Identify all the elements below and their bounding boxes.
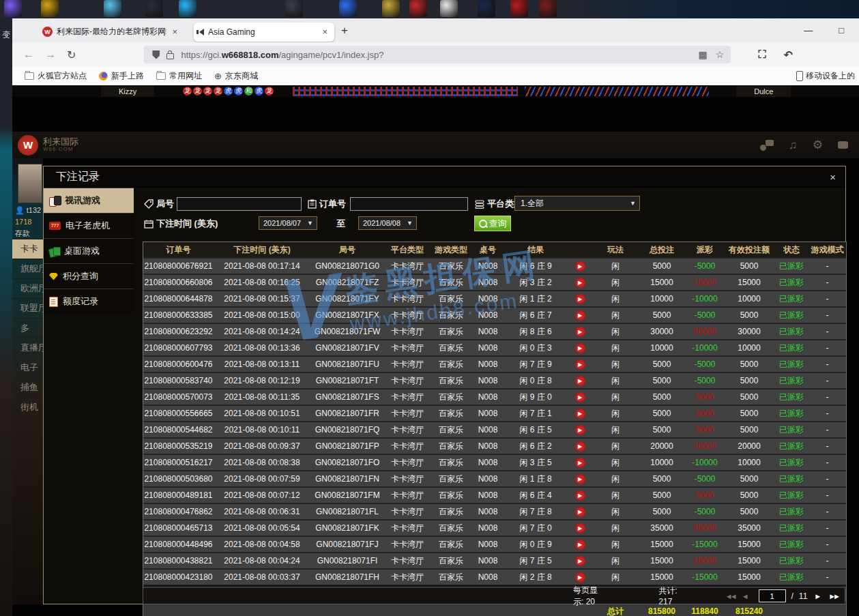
taskbar-app-icon[interactable] (382, 0, 400, 17)
cell-payout: 35000 (686, 523, 724, 533)
replay-button[interactable]: ▶ (575, 376, 585, 386)
date-from-select[interactable]: 2021/08/07▼ (259, 216, 317, 230)
table-row: 2108080006769212021-08-08 00:17:14GN0082… (143, 257, 846, 274)
replay-button[interactable]: ▶ (575, 523, 585, 533)
page-number-input[interactable] (759, 589, 786, 602)
customer-service-icon[interactable] (760, 140, 774, 151)
replay-button[interactable]: ▶ (575, 360, 585, 370)
bookmark-item[interactable]: 火狐官方站点 (25, 70, 87, 82)
lobby-menu-item[interactable]: 欧洲厅 (12, 278, 43, 298)
cell-bet: 5000 (638, 360, 686, 369)
taskbar-app-icon[interactable] (285, 0, 303, 17)
minimize-button[interactable]: — (804, 25, 813, 35)
replay-button[interactable]: ▶ (575, 507, 585, 517)
site-logo-icon[interactable]: W (18, 135, 38, 156)
close-icon[interactable]: × (830, 171, 836, 183)
taskbar-app-icon[interactable] (145, 0, 163, 17)
taskbar-app-icon[interactable] (4, 0, 22, 17)
menu-item-gem[interactable]: 积分查询 (44, 263, 134, 289)
taskbar-app-icon[interactable] (409, 0, 427, 17)
cell-payout: 5000 (686, 425, 724, 435)
lobby-menu-item[interactable]: 联盟厅 (12, 298, 43, 318)
menu-item-slot[interactable]: 777电子老虎机 (44, 213, 134, 238)
taskbar-app-icon[interactable] (339, 0, 357, 17)
order-number-input[interactable] (350, 197, 468, 211)
maximize-button[interactable]: □ (839, 25, 844, 35)
road-result-circle: 虎 (234, 87, 243, 96)
replay-button[interactable]: ▶ (575, 327, 585, 337)
date-to-select[interactable]: 2021/08/08▼ (358, 216, 417, 230)
cell-bet: 15000 (638, 572, 686, 582)
replay-button[interactable]: ▶ (575, 278, 585, 288)
cell-side: 闲 (593, 293, 638, 305)
lobby-menu-item[interactable]: 多 (12, 318, 43, 338)
replay-button[interactable]: ▶ (575, 441, 585, 452)
cell-result: 闲 6 庄 7 (504, 310, 567, 321)
replay-button[interactable]: ▶ (575, 474, 585, 484)
tab-close-icon[interactable]: × (321, 27, 329, 37)
replay-button[interactable]: ▶ (575, 540, 585, 550)
menu-item-cards[interactable]: 视讯游戏 (44, 188, 134, 213)
reload-button[interactable]: ↻ (67, 48, 76, 61)
taskbar-app-icon[interactable] (478, 0, 495, 17)
new-tab-button[interactable]: + (341, 24, 348, 38)
lock-icon[interactable] (166, 53, 174, 59)
bookmark-item[interactable]: 新手上路 (99, 70, 144, 82)
screenshot-icon[interactable]: ⛶ (758, 48, 766, 61)
lobby-menu-item[interactable]: 捕鱼 (12, 377, 43, 397)
taskbar-app-icon[interactable] (440, 0, 458, 17)
qr-code-icon[interactable]: ▦ (699, 49, 708, 60)
lobby-menu-item[interactable]: 旗舰厅 (12, 259, 43, 278)
round-number-input[interactable] (177, 197, 302, 211)
lobby-menu-item[interactable]: 直播厅 (12, 338, 43, 357)
replay-button[interactable]: ▶ (575, 490, 585, 501)
taskbar-app-icon[interactable] (104, 0, 121, 17)
cell-payout: -5000 (686, 360, 724, 369)
last-page-button[interactable]: ►► (828, 592, 838, 600)
search-button[interactable]: 查询 (474, 216, 511, 231)
music-icon[interactable]: ♫ (789, 138, 798, 152)
bookmark-star-icon[interactable]: ☆ (716, 49, 725, 60)
replay-button[interactable]: ▶ (575, 458, 585, 468)
deposit-link[interactable]: 存款 (15, 229, 43, 239)
replay-button[interactable]: ▶ (575, 572, 585, 583)
menu-item-domino[interactable]: 桌面游戏 (44, 238, 134, 263)
chat-icon[interactable] (838, 141, 848, 149)
menu-item-doc[interactable]: 额度记录 (44, 289, 134, 314)
lobby-menu-item[interactable]: 街机 (12, 397, 43, 417)
undo-arrow-icon[interactable]: ↶ (784, 48, 793, 61)
replay-button[interactable]: ▶ (575, 343, 585, 353)
lobby-menu-item[interactable]: 卡卡 (12, 239, 43, 259)
road-result-circle: 龙 (193, 87, 202, 96)
taskbar-app-icon[interactable] (510, 0, 528, 17)
replay-button[interactable]: ▶ (575, 294, 585, 304)
tab-lilai[interactable]: W 利来国际-最给力的老牌博彩网站 × (37, 23, 184, 42)
taskbar-app-icon[interactable] (41, 0, 59, 17)
replay-button[interactable]: ▶ (575, 556, 585, 566)
forward-button[interactable]: → (45, 48, 56, 61)
replay-button[interactable]: ▶ (575, 425, 585, 435)
shield-icon[interactable] (152, 50, 160, 59)
url-field[interactable]: https://gci.w668818.com/agingame/pcv1/in… (144, 46, 731, 63)
next-page-button[interactable]: ► (814, 592, 821, 600)
total-count-label: 共计: 217 (658, 585, 684, 606)
cell-time: 2021-08-08 00:07:59 (214, 474, 310, 484)
back-button[interactable]: ← (23, 48, 34, 61)
prev-page-button[interactable]: ◄ (742, 592, 749, 600)
replay-button[interactable]: ▶ (575, 310, 585, 321)
bookmark-item[interactable]: 常用网址 (156, 70, 202, 82)
cell-result: 闲 3 庄 5 (504, 457, 567, 469)
gear-icon[interactable]: ⚙ (813, 138, 823, 152)
tab-asia-gaming[interactable]: Asia Gaming × (194, 23, 334, 42)
replay-button[interactable]: ▶ (575, 392, 585, 402)
taskbar-app-icon[interactable] (539, 0, 557, 17)
tab-close-icon[interactable]: × (171, 27, 179, 37)
bookmarks-mobile[interactable]: 移动设备上的 (796, 70, 859, 82)
bookmark-item[interactable]: ⊕京东商城 (214, 70, 258, 82)
lobby-menu-item[interactable]: 电子 (12, 357, 43, 377)
taskbar-app-icon[interactable] (179, 0, 196, 17)
replay-button[interactable]: ▶ (575, 261, 585, 272)
replay-button[interactable]: ▶ (575, 409, 585, 419)
first-page-button[interactable]: ◄◄ (725, 592, 735, 600)
platform-type-select[interactable]: 1.全部▼ (514, 196, 640, 211)
